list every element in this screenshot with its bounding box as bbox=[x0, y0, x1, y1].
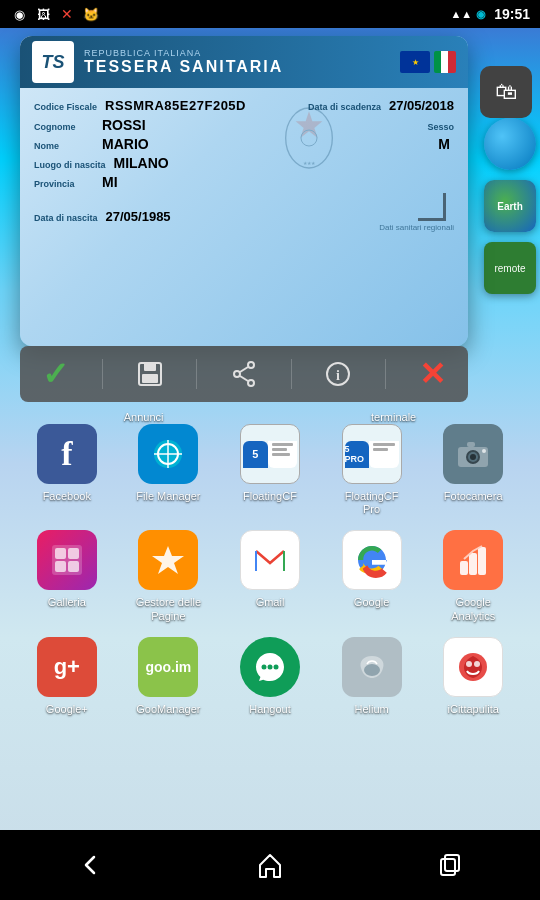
svg-rect-6 bbox=[142, 374, 158, 383]
svg-point-37 bbox=[267, 664, 272, 669]
card-title-area: REPUBBLICA ITALIANA TESSERA SANITARIA bbox=[84, 48, 390, 76]
googleplus-label: Google+ bbox=[46, 703, 88, 716]
luogo-label: Luogo di nascita bbox=[34, 160, 106, 171]
cognome-label: Cognome bbox=[34, 122, 94, 132]
signal-icon: ▲▲ bbox=[450, 8, 472, 20]
app-item-floatingcf-pro[interactable]: 5 PRO FloatingCF Pro bbox=[321, 424, 423, 516]
analytics-icon bbox=[443, 530, 503, 590]
vinyl-icon: ◉ bbox=[10, 5, 28, 23]
close-button[interactable]: ✕ bbox=[407, 352, 457, 396]
status-left-icons: ◉ 🖼 ✕ 🐱 bbox=[10, 5, 100, 23]
app-item-google[interactable]: Google bbox=[321, 530, 423, 622]
info-button[interactable]: i bbox=[313, 352, 363, 396]
dati-sanitari-label: Dati sanitari regionali bbox=[379, 223, 454, 232]
cognome-value: ROSSI bbox=[102, 117, 419, 133]
facebook-label: Facebook bbox=[43, 490, 91, 503]
app-grid-area: f Facebook File Manager 5 bbox=[0, 416, 540, 724]
share-button[interactable] bbox=[219, 352, 269, 396]
card-flags: ★ bbox=[400, 51, 456, 73]
app-item-goomanager[interactable]: goo.im GooManager bbox=[118, 637, 220, 716]
filemanager-label: File Manager bbox=[136, 490, 200, 503]
app-item-googleplus[interactable]: g+ Google+ bbox=[16, 637, 118, 716]
svg-line-11 bbox=[240, 376, 248, 381]
data-nascita-label: Data di nascita bbox=[34, 213, 98, 224]
svg-point-7 bbox=[248, 362, 254, 368]
svg-point-23 bbox=[482, 449, 486, 453]
svg-text:i: i bbox=[336, 368, 340, 383]
nav-bar bbox=[0, 830, 540, 900]
it-flag bbox=[434, 51, 456, 73]
card-logo: TS bbox=[32, 41, 74, 83]
info-icon: i bbox=[324, 360, 352, 388]
app-item-icitta[interactable]: iCittapulita bbox=[422, 637, 524, 716]
svg-point-36 bbox=[261, 664, 266, 669]
side-icon-1[interactable] bbox=[484, 118, 536, 170]
hangout-label: Hangout bbox=[249, 703, 291, 716]
back-button[interactable] bbox=[60, 845, 120, 885]
svg-point-41 bbox=[466, 661, 472, 667]
svg-line-10 bbox=[240, 367, 248, 372]
svg-rect-28 bbox=[68, 561, 79, 572]
nome-label: Nome bbox=[34, 141, 94, 151]
app-item-analytics[interactable]: Google Analytics bbox=[422, 530, 524, 622]
app-item-facebook[interactable]: f Facebook bbox=[16, 424, 118, 516]
helium-icon bbox=[342, 637, 402, 697]
data-icon: ◉ bbox=[476, 8, 486, 21]
gmail-icon bbox=[240, 530, 300, 590]
google-label: Google bbox=[354, 596, 389, 609]
floatingcf-icon: 5 bbox=[240, 424, 300, 484]
svg-point-21 bbox=[470, 454, 476, 460]
luogo-value: MILANO bbox=[114, 155, 169, 171]
home-button[interactable] bbox=[240, 845, 300, 885]
galleria-label: Galleria bbox=[48, 596, 86, 609]
close-icon: ✕ bbox=[419, 355, 446, 393]
svg-point-38 bbox=[273, 664, 278, 669]
app-item-floatingcf[interactable]: 5 FloatingCF bbox=[219, 424, 321, 516]
galleria-icon bbox=[37, 530, 97, 590]
nome-value: MARIO bbox=[102, 136, 430, 152]
eu-flag: ★ bbox=[400, 51, 430, 73]
recent-button[interactable] bbox=[420, 845, 480, 885]
app-item-gmail[interactable]: Gmail bbox=[219, 530, 321, 622]
side-icon-3[interactable]: remote bbox=[484, 242, 536, 294]
side-icon-2[interactable]: Earth bbox=[484, 180, 536, 232]
app-item-filemanager[interactable]: File Manager bbox=[118, 424, 220, 516]
cat-icon: 🐱 bbox=[82, 5, 100, 23]
svg-rect-43 bbox=[441, 859, 455, 875]
app-item-helium[interactable]: Helium bbox=[321, 637, 423, 716]
main-area: 🛍 Earth remote TS REPUBBLICA ITALIANA TE… bbox=[0, 28, 540, 900]
svg-rect-27 bbox=[55, 561, 66, 572]
codice-fiscale-value: RSSMRA85E27F205D bbox=[105, 98, 246, 113]
save-icon bbox=[136, 360, 164, 388]
helium-label: Helium bbox=[354, 703, 388, 716]
floatingcf-label: FloatingCF bbox=[243, 490, 297, 503]
svg-marker-29 bbox=[152, 546, 184, 574]
share-icon bbox=[231, 361, 257, 387]
image-icon: 🖼 bbox=[34, 5, 52, 23]
app-item-fotocamera[interactable]: Fotocamera bbox=[422, 424, 524, 516]
codice-fiscale-label: Codice Fiscale bbox=[34, 102, 97, 113]
app-item-hangout[interactable]: Hangout bbox=[219, 637, 321, 716]
card-header: TS REPUBBLICA ITALIANA TESSERA SANITARIA… bbox=[20, 36, 468, 88]
card-republic: REPUBBLICA ITALIANA bbox=[84, 48, 390, 58]
facebook-icon: f bbox=[37, 424, 97, 484]
app-item-gestore[interactable]: Gestore delle Pagine bbox=[118, 530, 220, 622]
svg-point-8 bbox=[234, 371, 240, 377]
svg-point-9 bbox=[248, 380, 254, 386]
status-bar: ◉ 🖼 ✕ 🐱 ▲▲ ◉ 19:51 bbox=[0, 0, 540, 28]
floatingcf-pro-label: FloatingCF Pro bbox=[336, 490, 408, 516]
check-button[interactable]: ✓ bbox=[31, 352, 81, 396]
svg-point-2 bbox=[301, 130, 317, 146]
store-icon[interactable]: 🛍 bbox=[480, 66, 532, 118]
x-icon: ✕ bbox=[58, 5, 76, 23]
app-item-galleria[interactable]: Galleria bbox=[16, 530, 118, 622]
icitta-label: iCittapulita bbox=[448, 703, 499, 716]
status-right-area: ▲▲ ◉ 19:51 bbox=[450, 6, 530, 22]
provincia-value: MI bbox=[102, 174, 118, 190]
id-card: TS REPUBBLICA ITALIANA TESSERA SANITARIA… bbox=[20, 36, 468, 346]
floatingcf-pro-icon: 5 PRO bbox=[342, 424, 402, 484]
sesso-value: M bbox=[438, 136, 454, 152]
save-button[interactable] bbox=[125, 352, 175, 396]
sesso-label: Sesso bbox=[427, 122, 454, 132]
side-app-icons: Earth remote bbox=[484, 118, 536, 294]
